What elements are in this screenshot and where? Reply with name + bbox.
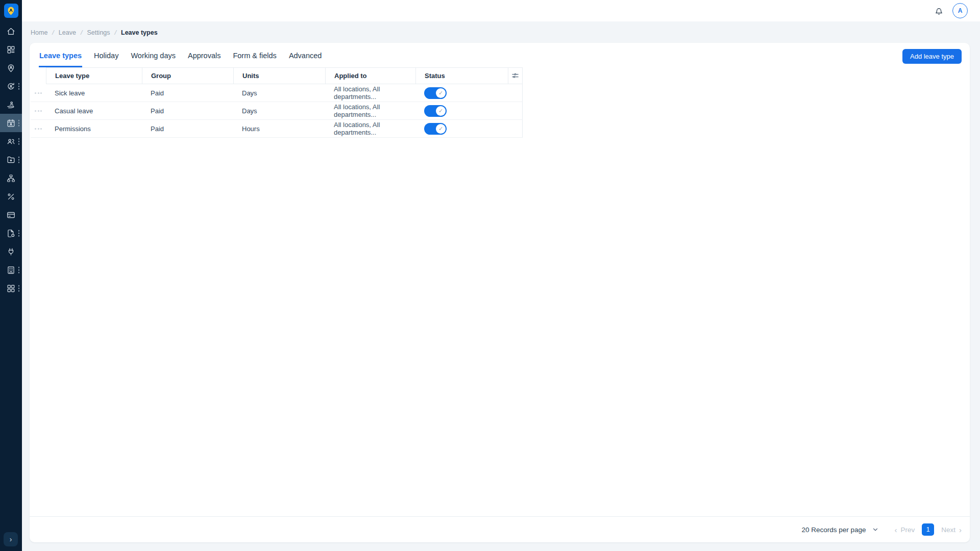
drag-column-header bbox=[31, 67, 46, 84]
sidebar-item-percent[interactable] bbox=[0, 187, 22, 206]
prev-label: Prev bbox=[900, 526, 915, 534]
bell-icon[interactable] bbox=[934, 6, 944, 16]
sidebar: › bbox=[0, 0, 22, 551]
current-page-badge[interactable]: 1 bbox=[922, 523, 934, 536]
card-header: Leave typesHolidayWorking daysApprovalsF… bbox=[30, 43, 970, 67]
breadcrumb-separator: / bbox=[81, 29, 82, 36]
breadcrumb-link[interactable]: Leave bbox=[59, 29, 76, 36]
sidebar-item-apps-grid[interactable] bbox=[0, 279, 22, 297]
status-toggle[interactable]: ✓ bbox=[424, 87, 447, 99]
kebab-menu-icon[interactable] bbox=[17, 82, 21, 91]
content: Home/Leave/Settings/Leave types Leave ty… bbox=[22, 21, 980, 551]
check-icon: ✓ bbox=[436, 106, 446, 116]
percent-icon bbox=[6, 192, 16, 202]
cell-units: Days bbox=[233, 84, 325, 102]
sliders-icon[interactable] bbox=[508, 67, 523, 84]
column-header-group: Group bbox=[142, 67, 233, 84]
apps-grid-icon bbox=[6, 284, 16, 293]
breadcrumb-separator: / bbox=[52, 29, 54, 36]
kebab-menu-icon[interactable] bbox=[17, 229, 21, 238]
pagination-bar: 20 Records per page ‹ Prev 1 Next › bbox=[30, 516, 970, 542]
tab-advanced[interactable]: Advanced bbox=[288, 50, 323, 67]
avatar[interactable]: A bbox=[952, 3, 968, 18]
drag-handle-icon[interactable] bbox=[34, 126, 43, 132]
cell-leave-type: Casual leave bbox=[46, 102, 142, 120]
records-per-page-label: 20 Records per page bbox=[801, 526, 866, 534]
pager: ‹ Prev 1 Next › bbox=[894, 523, 962, 536]
cell-units: Days bbox=[233, 102, 325, 120]
sidebar-item-folder-download[interactable] bbox=[0, 151, 22, 169]
status-toggle[interactable]: ✓ bbox=[424, 105, 447, 117]
sidebar-item-home[interactable] bbox=[0, 22, 22, 40]
cell-leave-type: Permissions bbox=[46, 120, 142, 138]
next-label: Next bbox=[941, 526, 955, 534]
table-row: Casual leave Paid Days All locations, Al… bbox=[31, 102, 523, 120]
sidebar-item-people[interactable] bbox=[0, 132, 22, 151]
records-per-page-select[interactable]: 20 Records per page bbox=[801, 526, 879, 534]
leave-types-table: Leave type Group Units Applied to Status… bbox=[31, 67, 523, 138]
hand-person-icon bbox=[6, 100, 16, 110]
column-header-units: Units bbox=[233, 67, 325, 84]
cell-group: Paid bbox=[142, 102, 233, 120]
cell-leave-type: Sick leave bbox=[46, 84, 142, 102]
table-row: Permissions Paid Hours All locations, Al… bbox=[31, 120, 523, 138]
tab-approvals[interactable]: Approvals bbox=[187, 50, 221, 67]
building-icon bbox=[6, 265, 16, 275]
plug-icon bbox=[6, 247, 16, 257]
cell-group: Paid bbox=[142, 84, 233, 102]
tab-form-fields[interactable]: Form & fields bbox=[232, 50, 277, 67]
next-page-button[interactable]: Next › bbox=[941, 525, 962, 534]
sidebar-item-file-gear[interactable] bbox=[0, 224, 22, 242]
tab-working-days[interactable]: Working days bbox=[130, 50, 176, 67]
file-gear-icon bbox=[6, 229, 16, 238]
drag-handle-icon[interactable] bbox=[34, 108, 43, 114]
calendar-person-icon bbox=[6, 118, 16, 128]
breadcrumb-current: Leave types bbox=[121, 29, 158, 36]
sidebar-item-sync-person[interactable] bbox=[0, 77, 22, 95]
sidebar-item-credit-card[interactable] bbox=[0, 206, 22, 224]
sidebar-item-calendar-person[interactable] bbox=[0, 114, 22, 132]
prev-page-button[interactable]: ‹ Prev bbox=[894, 525, 915, 534]
sidebar-item-dashboard[interactable] bbox=[0, 40, 22, 59]
cell-applied-to: All locations, All departments... bbox=[325, 120, 415, 138]
drag-handle-icon[interactable] bbox=[34, 90, 43, 96]
kebab-menu-icon[interactable] bbox=[17, 156, 21, 164]
kebab-menu-icon[interactable] bbox=[17, 119, 21, 128]
kebab-menu-icon[interactable] bbox=[17, 284, 21, 293]
column-header-applied-to: Applied to bbox=[325, 67, 415, 84]
people-icon bbox=[6, 137, 16, 146]
chevron-down-icon bbox=[872, 526, 879, 533]
tab-leave-types[interactable]: Leave types bbox=[39, 50, 82, 67]
tab-bar: Leave typesHolidayWorking daysApprovalsF… bbox=[39, 50, 322, 67]
cell-applied-to: All locations, All departments... bbox=[325, 84, 415, 102]
breadcrumb-link[interactable]: Settings bbox=[87, 29, 110, 36]
table-row: Sick leave Paid Days All locations, All … bbox=[31, 84, 523, 102]
sidebar-item-person-pin[interactable] bbox=[0, 59, 22, 77]
breadcrumb-separator: / bbox=[115, 29, 116, 36]
chevron-left-icon: ‹ bbox=[894, 525, 897, 534]
card-spacer bbox=[30, 138, 970, 516]
check-icon: ✓ bbox=[436, 124, 446, 134]
status-toggle[interactable]: ✓ bbox=[424, 123, 447, 135]
cell-units: Hours bbox=[233, 120, 325, 138]
breadcrumb-link[interactable]: Home bbox=[31, 29, 47, 36]
app-logo[interactable] bbox=[4, 4, 18, 18]
credit-card-icon bbox=[6, 210, 16, 220]
cell-applied-to: All locations, All departments... bbox=[325, 102, 415, 120]
kebab-menu-icon[interactable] bbox=[17, 266, 21, 274]
chevron-right-icon: › bbox=[959, 525, 962, 534]
tab-holiday[interactable]: Holiday bbox=[93, 50, 119, 67]
sidebar-item-building[interactable] bbox=[0, 261, 22, 279]
dashboard-icon bbox=[6, 45, 16, 55]
sidebar-expand-button[interactable]: › bbox=[4, 532, 18, 546]
person-pin-icon bbox=[6, 63, 16, 73]
kebab-menu-icon[interactable] bbox=[17, 137, 21, 146]
location-pin-person-icon bbox=[6, 6, 16, 16]
table-header: Leave type Group Units Applied to Status bbox=[31, 67, 523, 84]
folder-download-icon bbox=[6, 155, 16, 165]
column-header-status: Status bbox=[415, 67, 508, 84]
add-leave-type-button[interactable]: Add leave type bbox=[902, 49, 962, 64]
sidebar-item-org-chart[interactable] bbox=[0, 169, 22, 187]
sidebar-item-plug[interactable] bbox=[0, 242, 22, 261]
sidebar-item-hand-person[interactable] bbox=[0, 95, 22, 114]
